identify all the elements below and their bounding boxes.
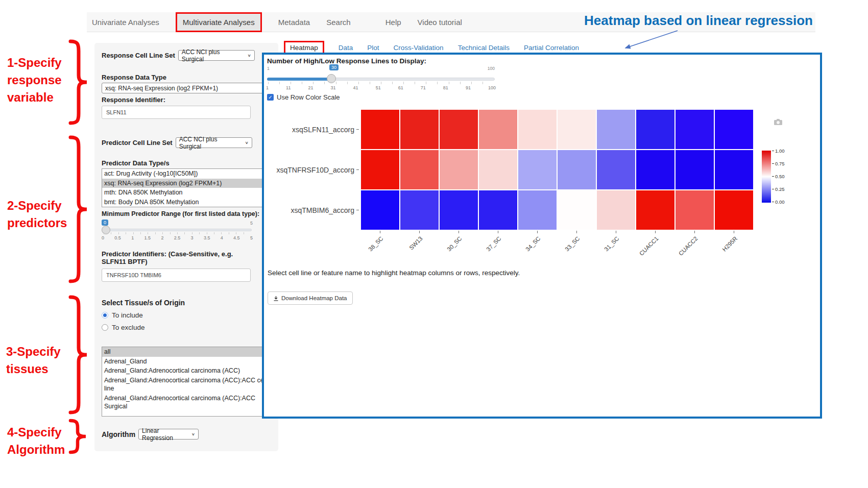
heatmap-cell[interactable] xyxy=(479,190,517,230)
predictor-cell-line-set-select[interactable]: ACC NCI plus Surgical ∨ xyxy=(176,137,252,148)
axis-tick xyxy=(636,231,674,233)
listbox-option[interactable]: mth: DNA 850K Methylation xyxy=(102,188,271,198)
tissue-option[interactable]: Adrenal_Gland xyxy=(102,357,271,367)
heatmap-cell[interactable] xyxy=(676,110,714,149)
camera-icon[interactable] xyxy=(774,118,783,126)
tab[interactable]: Technical Details xyxy=(458,44,510,52)
predictor-identifiers-input[interactable] xyxy=(102,269,251,282)
nav-item[interactable]: Multivariate Analyses xyxy=(176,12,262,32)
heatmap-cell[interactable] xyxy=(400,150,439,189)
nav-item[interactable]: Metadata xyxy=(278,18,310,27)
response-lines-slider-label: Number of High/Low Response Lines to Dis… xyxy=(267,57,426,65)
heatmap-column-label[interactable]: 37_SC xyxy=(479,234,517,266)
heatmap-cell[interactable] xyxy=(518,190,557,230)
nav-item[interactable]: Help xyxy=(385,18,401,27)
slider-fill xyxy=(267,78,332,81)
heatmap-column-ticks xyxy=(361,231,753,233)
heatmap-cell[interactable] xyxy=(400,110,439,149)
heatmap-cell[interactable] xyxy=(636,150,674,189)
chevron-down-icon: ∨ xyxy=(191,432,195,436)
annotation-step-3: 3-Specify tissues xyxy=(6,343,73,378)
tab[interactable]: Partial Correlation xyxy=(524,44,579,52)
tissue-option[interactable]: Adrenal_Gland:Adrenocortical carcinoma (… xyxy=(102,394,271,411)
nav-item[interactable]: Univariate Analyses xyxy=(92,18,159,27)
listbox-option[interactable]: act: Drug Activity (-log10[IC50M]) xyxy=(102,169,271,179)
download-icon xyxy=(273,296,279,301)
listbox-option[interactable]: xsq: RNA-seq Expression (log2 FPKM+1) xyxy=(102,179,271,188)
heatmap-column-label[interactable]: 33_SC xyxy=(558,234,596,266)
tab[interactable]: Cross-Validation xyxy=(394,44,444,52)
heatmap-cell[interactable] xyxy=(636,190,674,230)
heatmap-cell[interactable] xyxy=(361,110,399,149)
heatmap-cell[interactable] xyxy=(715,110,753,149)
slider-tick-label: 2 xyxy=(161,235,163,240)
heatmap-row-label[interactable]: xsqSLFN11_accorg xyxy=(264,110,359,149)
heatmap-cell[interactable] xyxy=(715,190,753,230)
min-predictor-range-label: Minimum Predictor Range (for first liste… xyxy=(102,210,271,217)
heatmap-cell[interactable] xyxy=(440,190,478,230)
slider-tick-label: 61 xyxy=(398,85,403,90)
heatmap-cell[interactable] xyxy=(597,110,635,149)
heatmap-panel: Number of High/Low Response Lines to Dis… xyxy=(262,53,822,419)
heatmap-cell[interactable] xyxy=(440,110,478,149)
heatmap-column-label[interactable]: H295R xyxy=(715,234,753,266)
heatmap-cell[interactable] xyxy=(518,150,557,189)
heatmap-cell[interactable] xyxy=(676,150,714,189)
tissue-option[interactable]: Adrenal_Gland:Adrenocortical carcinoma (… xyxy=(102,376,271,394)
tissue-include-radio[interactable]: To include xyxy=(102,311,271,319)
slider-track[interactable] xyxy=(103,229,252,231)
heatmap-cell[interactable] xyxy=(479,110,517,149)
annotation-brace-3-icon xyxy=(67,295,90,415)
checkbox-checked-icon[interactable]: ✓ xyxy=(267,94,274,101)
heatmap-column-label[interactable]: 38_SC xyxy=(361,234,399,266)
heatmap-cell[interactable] xyxy=(676,190,714,230)
annotation-brace-4-icon xyxy=(67,419,90,454)
heatmap-column-label[interactable]: 34_SC xyxy=(518,234,557,266)
tissue-exclude-radio[interactable]: To exclude xyxy=(102,324,271,331)
slider-ticks xyxy=(268,82,494,84)
slider-tick-label: 81 xyxy=(443,85,448,90)
tab[interactable]: Plot xyxy=(367,44,379,52)
algorithm-select[interactable]: Linear Regression ∨ xyxy=(138,429,199,440)
heatmap-column-label[interactable]: CUACC1 xyxy=(636,234,674,266)
nav-item[interactable]: Search xyxy=(326,18,351,27)
slider-tick-label: 4.5 xyxy=(233,235,240,240)
heatmap-column-label[interactable]: 31_SC xyxy=(597,234,635,266)
heatmap-row-label[interactable]: xsqTNFRSF10D_accorg xyxy=(264,150,359,189)
heatmap-cell[interactable] xyxy=(558,150,596,189)
annotation-step-2: 2-Specify predictors xyxy=(7,197,74,232)
response-identifier-input[interactable] xyxy=(102,106,251,119)
heatmap-column-label[interactable]: SW13 xyxy=(400,234,439,266)
heatmap-cell[interactable] xyxy=(715,150,753,189)
heatmap-cell[interactable] xyxy=(597,190,635,230)
tissue-option[interactable]: all xyxy=(102,347,271,357)
heatmap-cell[interactable] xyxy=(636,110,674,149)
predictor-data-type-listbox: act: Drug Activity (-log10[IC50M])xsq: R… xyxy=(102,168,271,207)
response-cell-line-set-select[interactable]: ACC NCI plus Surgical ∨ xyxy=(178,50,255,61)
heatmap-cell[interactable] xyxy=(440,150,478,189)
heatmap-column-label[interactable]: CUACC2 xyxy=(676,234,714,266)
listbox-option[interactable]: bmt: Body DNA 850K Methylation xyxy=(102,198,271,207)
slider-tick-label: 2.5 xyxy=(174,235,181,240)
heatmap-cell[interactable] xyxy=(558,190,596,230)
slider-handle[interactable] xyxy=(327,74,336,83)
colorbar-label: 1.00 xyxy=(772,148,785,154)
heatmap-cell[interactable] xyxy=(597,150,635,189)
heatmap-column-label[interactable]: 30_SC xyxy=(440,234,478,266)
slider-tick-label: 3 xyxy=(191,235,194,240)
heatmap-cell[interactable] xyxy=(479,150,517,189)
download-heatmap-data-button[interactable]: Download Heatmap Data xyxy=(268,291,353,305)
slider-min-label: 1 xyxy=(267,66,270,71)
heatmap-cell[interactable] xyxy=(518,110,557,149)
heatmap-cell[interactable] xyxy=(361,150,399,189)
heatmap-cell[interactable] xyxy=(361,190,399,230)
slider-max-label: 100 xyxy=(488,66,495,71)
heatmap-cell[interactable] xyxy=(558,110,596,149)
nav-item[interactable]: Video tutorial xyxy=(418,18,462,27)
response-data-type-select[interactable]: xsq: RNA-seq Expression (log2 FPKM+1) ∨ xyxy=(102,83,271,93)
heatmap-row-label[interactable]: xsqTMBIM6_accorg xyxy=(264,190,359,230)
colorbar-label: 0.00 xyxy=(772,199,785,205)
heatmap-cell[interactable] xyxy=(400,190,439,230)
tissue-option[interactable]: Adrenal_Gland:Adrenocortical carcinoma (… xyxy=(102,366,271,376)
tab[interactable]: Data xyxy=(339,44,353,52)
